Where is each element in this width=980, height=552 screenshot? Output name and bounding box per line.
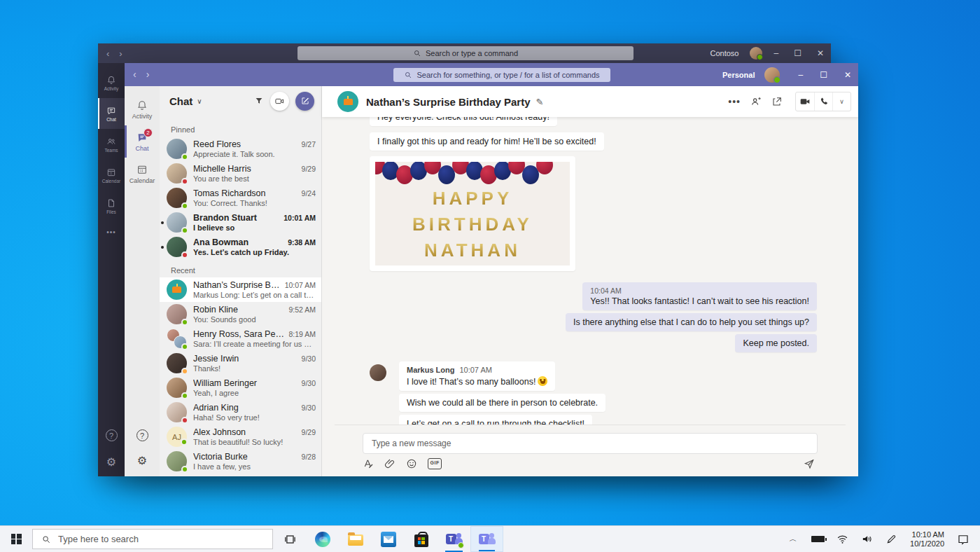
message-bubble: Markus Long10:07 AM I love it! That’s so… <box>399 361 555 391</box>
action-center-button[interactable] <box>953 533 973 546</box>
edit-title-icon[interactable]: ✎ <box>536 97 544 107</box>
task-view-button[interactable] <box>273 526 306 552</box>
gear-icon[interactable]: ⚙ <box>106 457 116 468</box>
work-command-search[interactable]: Search or type a command <box>298 46 634 60</box>
pen-icon[interactable] <box>881 534 901 545</box>
help-icon[interactable]: ? <box>106 429 118 441</box>
add-person-icon[interactable] <box>750 96 762 107</box>
balloon-text-line2: BIRTHDAY <box>375 212 570 237</box>
gif-icon[interactable]: GIF <box>428 458 442 469</box>
work-account-avatar[interactable] <box>750 47 762 60</box>
recent-section-label: Recent <box>160 259 321 277</box>
markus-avatar <box>370 364 386 381</box>
calendar-icon <box>106 167 116 177</box>
message-bubble-self: Keep me posted. <box>735 334 817 352</box>
minimize-button[interactable]: – <box>798 70 803 80</box>
more-options-button[interactable]: ••• <box>728 96 741 107</box>
taskbar-search[interactable]: Type here to search <box>32 529 273 549</box>
avatar <box>167 163 187 184</box>
mail-button[interactable] <box>372 526 405 552</box>
file-icon <box>106 198 116 208</box>
chat-item-adrian-king[interactable]: Adrian King9/30 Haha! So very true! <box>160 400 321 425</box>
shared-image-card[interactable]: HAPPY BIRTHDAY NATHAN <box>370 156 575 271</box>
back-nav-icon[interactable]: ‹ <box>106 48 109 59</box>
avatar <box>167 451 187 471</box>
status-busy <box>181 417 188 424</box>
personal-account-avatar[interactable] <box>764 67 780 83</box>
edge-button[interactable] <box>306 526 339 552</box>
video-call-button[interactable] <box>796 92 814 111</box>
format-icon[interactable] <box>363 458 374 469</box>
close-button[interactable]: ✕ <box>817 48 824 58</box>
back-nav-icon[interactable]: ‹ <box>133 69 136 80</box>
attach-paperclip-icon[interactable] <box>384 458 396 469</box>
chat-item-william-beringer[interactable]: William Beringer9/30 Yeah, I agree <box>160 375 321 400</box>
chat-item-nathans-party[interactable]: Nathan’s Surprise Birthday…10:07 AM Mark… <box>160 277 321 302</box>
filter-icon[interactable] <box>254 96 264 106</box>
teams-personal-taskbar-button[interactable]: T <box>470 526 503 552</box>
wifi-icon[interactable] <box>832 533 852 545</box>
chat-item-victoria-burke[interactable]: Victoria Burke9/28 I have a few, yes <box>160 449 321 474</box>
volume-icon[interactable] <box>857 533 876 545</box>
minimize-button[interactable]: – <box>774 48 778 58</box>
personal-account-label: Personal <box>722 71 755 79</box>
start-button[interactable] <box>0 526 32 552</box>
message-timestamp: 10:07 AM <box>459 366 491 374</box>
chat-item-tomas-richardson[interactable]: Tomas Richardson9/24 You: Correct. Thank… <box>160 186 321 210</box>
teams-work-taskbar-button[interactable]: T <box>438 526 470 552</box>
rail-calendar[interactable]: Calendar <box>125 158 160 190</box>
chat-item-jessie-irwin[interactable]: Jessie Irwin9/30 Thanks! <box>160 351 321 375</box>
store-button[interactable] <box>405 526 438 552</box>
send-message-button[interactable] <box>804 458 815 469</box>
work-rail-calendar[interactable]: Calendar <box>98 160 125 191</box>
tray-chevron-up[interactable]: ︿ <box>783 534 803 544</box>
chat-item-alex-johnson[interactable]: AJ Alex Johnson9/29 That is beautiful! S… <box>160 425 321 449</box>
chat-item-robin-kline[interactable]: Robin Kline9:52 AM You: Sounds good <box>160 302 321 326</box>
forward-nav-icon[interactable]: › <box>146 69 150 80</box>
maximize-button[interactable]: ☐ <box>820 70 827 80</box>
work-rail-chat[interactable]: Chat <box>98 98 125 129</box>
battery-icon[interactable] <box>808 536 827 542</box>
call-options-button[interactable]: ∨ <box>832 92 850 111</box>
work-rail-more[interactable]: ••• <box>98 221 125 242</box>
avatar <box>167 139 187 159</box>
status-busy <box>181 178 188 185</box>
cake-icon <box>172 287 181 293</box>
rail-chat[interactable]: 2 Chat <box>125 125 160 158</box>
folder-icon <box>348 534 363 546</box>
new-message-input[interactable] <box>363 433 818 454</box>
message-bubble: Wish we could all be there in person to … <box>399 394 606 412</box>
message-composer: GIF <box>322 425 858 476</box>
rail-activity[interactable]: Activity <box>125 93 160 125</box>
chat-item-brandon-stuart[interactable]: Brandon Stuart10:01 AM I believe so <box>160 210 321 235</box>
meet-now-button[interactable] <box>270 92 289 111</box>
personal-command-search[interactable]: Search for something, or type / for a li… <box>393 68 610 82</box>
chevron-down-icon[interactable]: ∨ <box>197 97 202 105</box>
work-account-label: Contoso <box>710 49 739 57</box>
teams-work-icon: T <box>446 532 463 547</box>
chat-item-ana-bowman[interactable]: Ana Bowman9:38 AM Yes. Let’s catch up Fr… <box>160 235 321 259</box>
close-button[interactable]: ✕ <box>844 70 851 80</box>
new-chat-button[interactable] <box>295 92 314 111</box>
balloons-decoration <box>375 162 570 184</box>
work-rail-files[interactable]: Files <box>98 191 125 221</box>
unread-dot <box>161 246 164 249</box>
chat-item-michelle-harris[interactable]: Michelle Harris9/29 You are the best <box>160 161 321 186</box>
gear-icon[interactable]: ⚙ <box>137 455 147 467</box>
message-bubble-self: Is there anything else that I can do to … <box>566 313 817 331</box>
file-explorer-button[interactable] <box>339 526 372 552</box>
forward-nav-icon[interactable]: › <box>119 48 122 59</box>
chat-item-reed-flores[interactable]: Reed Flores9/27 Appreciate it. Talk soon… <box>160 137 321 161</box>
emoji-icon[interactable] <box>406 458 417 469</box>
work-rail-activity[interactable]: Activity <box>98 67 125 98</box>
audio-call-button[interactable] <box>814 92 832 111</box>
status-away <box>181 368 188 375</box>
chat-main-area: Nathan’s Surprise Birthday Party ✎ ••• ∨ <box>322 86 858 476</box>
work-rail-teams[interactable]: Teams <box>98 129 125 160</box>
maximize-button[interactable]: ☐ <box>794 48 802 58</box>
compose-icon <box>300 96 310 106</box>
help-icon[interactable]: ? <box>136 429 148 441</box>
pop-out-icon[interactable] <box>771 96 783 107</box>
taskbar-clock[interactable]: 10:10 AM 10/1/2020 <box>906 530 948 548</box>
chat-item-henry-ross-group[interactable]: Henry Ross, Sara Perez, +58:19 AM Sara: … <box>160 326 321 351</box>
